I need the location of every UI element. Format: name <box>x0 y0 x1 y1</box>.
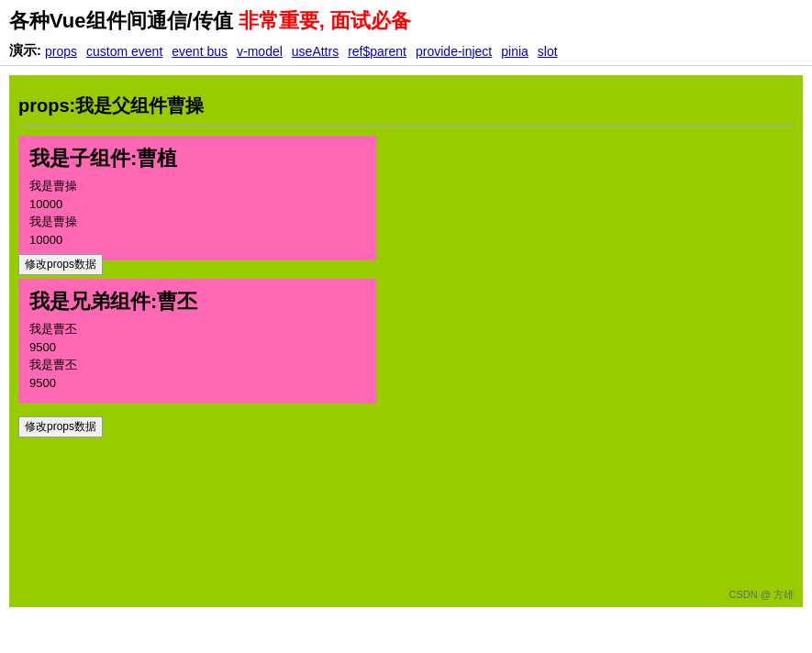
nav-link-v-model[interactable]: v-model <box>237 44 283 59</box>
child1-wrapper: 我是子组件:曹植 我是曹操 10000 我是曹操 10000 修改props数据 <box>18 136 794 260</box>
child2-row1: 我是曹丕 <box>29 321 365 338</box>
title-highlight: 非常重要, 面试必备 <box>239 9 411 32</box>
child2-modify-btn[interactable]: 修改props数据 <box>18 416 103 437</box>
child2-title: 我是兄弟组件:曹丕 <box>29 288 365 315</box>
nav-link-event-bus[interactable]: event bus <box>172 44 228 59</box>
child1-row1: 我是曹操 <box>29 178 365 194</box>
main-content: props:我是父组件曹操 我是子组件:曹植 我是曹操 10000 我是曹操 1… <box>9 75 803 607</box>
child1-row3: 我是曹操 <box>29 214 365 230</box>
child2-box: 我是兄弟组件:曹丕 我是曹丕 9500 我是曹丕 9500 <box>18 279 376 404</box>
child2-row3: 我是曹丕 <box>29 357 365 373</box>
child1-box: 我是子组件:曹植 我是曹操 10000 我是曹操 10000 <box>18 136 376 260</box>
child1-title: 我是子组件:曹植 <box>29 145 365 172</box>
nav-link-custom-event[interactable]: custom event <box>86 44 162 59</box>
nav-link-useattrs[interactable]: useAttrs <box>292 44 339 59</box>
child2-wrapper: 我是兄弟组件:曹丕 我是曹丕 9500 我是曹丕 9500 修改props数据 <box>18 279 794 437</box>
children-area: 我是子组件:曹植 我是曹操 10000 我是曹操 10000 修改props数据… <box>18 136 794 437</box>
child1-row4: 10000 <box>29 233 365 247</box>
child1-row2: 10000 <box>29 197 365 211</box>
nav-label: 演示: <box>9 42 41 60</box>
nav-link-slot[interactable]: slot <box>538 44 558 59</box>
nav-link-props[interactable]: props <box>45 44 77 59</box>
page-title: 各种Vue组件间通信/传值 非常重要, 面试必备 <box>9 7 803 35</box>
child1-modify-btn[interactable]: 修改props数据 <box>18 254 103 275</box>
child2-row4: 9500 <box>29 376 365 390</box>
nav-link-pinia[interactable]: pinia <box>501 44 528 59</box>
parent-section: props:我是父组件曹操 <box>18 84 794 127</box>
footer: CSDN @ 方雄 <box>726 588 794 602</box>
footer-text: CSDN @ 方雄 <box>729 589 794 600</box>
nav-link-ref-parent[interactable]: ref$parent <box>348 44 406 59</box>
parent-title: props:我是父组件曹操 <box>18 94 794 118</box>
page-header: 各种Vue组件间通信/传值 非常重要, 面试必备 <box>0 0 812 39</box>
child2-row2: 9500 <box>29 340 365 354</box>
nav-bar: 演示: props custom event event bus v-model… <box>0 39 812 66</box>
title-prefix: 各种Vue组件间通信/传值 <box>9 9 239 32</box>
nav-link-provide-inject[interactable]: provide-inject <box>416 44 492 59</box>
